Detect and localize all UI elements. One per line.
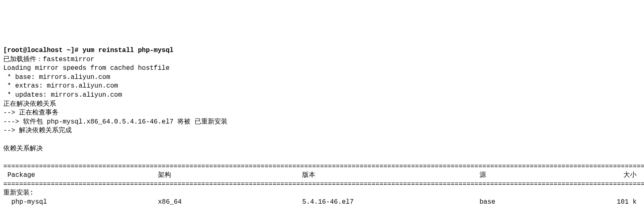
output-line: ---> 软件包 php-mysql.x86_64.0.5.4.16-46.el… <box>3 118 228 126</box>
output-line: 依赖关系解决 <box>3 145 43 152</box>
header-arch: 架构 <box>158 171 302 180</box>
cell-arch: x86_64 <box>158 198 302 207</box>
header-version: 版本 <box>302 171 479 180</box>
header-source: 源 <box>479 171 591 180</box>
output-line: 正在解决依赖关系 <box>3 100 56 108</box>
output-line: Loading mirror speeds from cached hostfi… <box>3 64 169 72</box>
cell-source: base <box>479 198 591 207</box>
output-line: * extras: mirrors.aliyun.com <box>3 82 118 90</box>
output-line: * base: mirrors.aliyun.com <box>3 74 110 81</box>
table-header-row: Package架构版本源大小 <box>3 171 641 180</box>
section-label: 重新安装: <box>3 189 34 197</box>
output-line: 已加载插件：fastestmirror <box>3 56 94 63</box>
table-row: php-mysqlx86_645.4.16-46.el7base101 k <box>3 198 641 207</box>
header-size: 大小 <box>591 171 641 180</box>
cell-package: php-mysql <box>3 198 158 207</box>
shell-prompt: [root@localhost ~]# yum reinstall php-my… <box>3 47 174 54</box>
cell-version: 5.4.16-46.el7 <box>302 198 479 207</box>
output-line: * updates: mirrors.aliyun.com <box>3 91 122 99</box>
header-package: Package <box>3 171 158 180</box>
cell-size: 101 k <box>591 198 641 207</box>
output-line: --> 正在检查事务 <box>3 109 59 117</box>
divider-line: ========================================… <box>3 181 644 188</box>
divider-line: ========================================… <box>3 163 644 170</box>
output-line: --> 解决依赖关系完成 <box>3 127 72 134</box>
terminal-output: [root@localhost ~]# yum reinstall php-my… <box>3 37 641 214</box>
